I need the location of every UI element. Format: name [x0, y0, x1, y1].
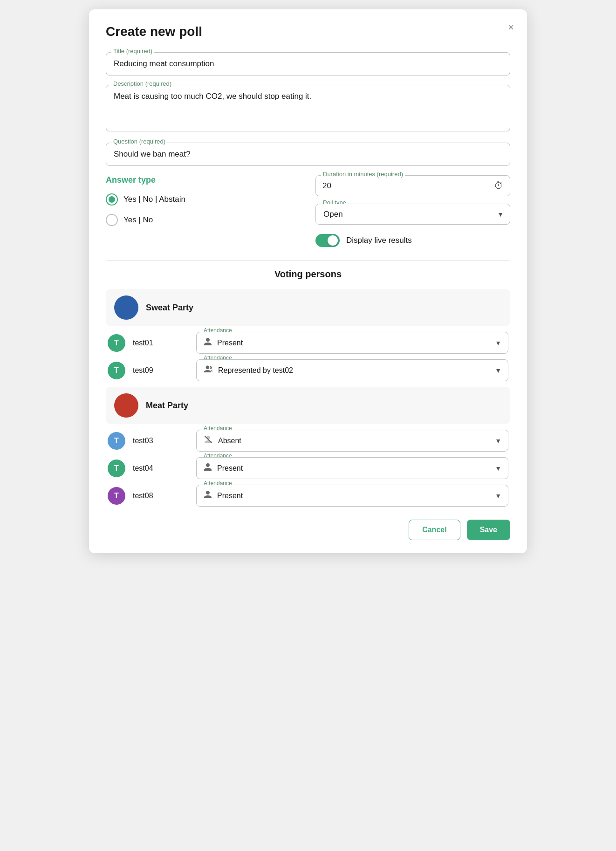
question-input[interactable] [106, 143, 510, 166]
description-field-group: Description (required) Meat is causing t… [106, 85, 510, 133]
chevron-down-icon: ▼ [495, 367, 501, 374]
display-live-results-row: Display live results [315, 232, 510, 249]
duration-input-wrap: ⏱ [315, 175, 510, 196]
title-label: Title (required) [111, 48, 154, 55]
sweat-party-avatar [114, 295, 138, 320]
question-label: Question (required) [111, 138, 167, 145]
test03-attendance-select[interactable]: Absent ▼ [196, 430, 508, 452]
group-icon [203, 364, 213, 376]
meat-party-avatar [114, 393, 138, 418]
chevron-down-icon: ▼ [495, 465, 501, 472]
person-row-test01: T test01 Attendance Present ▼ [106, 332, 510, 354]
test03-name: test03 [133, 437, 189, 445]
test08-attendance-group: Attendance Present ▼ [196, 485, 508, 507]
radio-label-2: Yes | No [123, 215, 153, 225]
title-input[interactable] [106, 52, 510, 75]
test01-attendance-group: Attendance Present ▼ [196, 332, 508, 354]
radio-circle-1[interactable] [106, 193, 118, 206]
test09-avatar: T [108, 362, 125, 379]
right-column: Duration in minutes (required) ⏱ Poll ty… [315, 175, 510, 249]
test09-attendance-value: Represented by test02 [218, 366, 490, 375]
person-icon [203, 337, 212, 349]
sweat-party-row: Sweat Party [106, 289, 510, 326]
radio-option-yes-no-abstain[interactable]: Yes | No | Abstain [106, 193, 301, 206]
meat-party-name: Meat Party [146, 401, 188, 411]
timer-icon: ⏱ [494, 180, 503, 191]
toggle-knob [328, 235, 338, 246]
absent-icon [203, 435, 213, 446]
answer-type-title: Answer type [106, 175, 301, 185]
test01-name: test01 [133, 339, 189, 347]
test01-attendance-select[interactable]: Present ▼ [196, 332, 508, 354]
test04-attendance-value: Present [217, 464, 490, 473]
test04-name: test04 [133, 464, 189, 473]
chevron-down-icon: ▼ [495, 492, 501, 500]
dialog-title: Create new poll [106, 24, 510, 39]
poll-type-select-wrap: Open Secret ▼ [315, 204, 510, 225]
test01-attendance-value: Present [217, 339, 490, 347]
test09-attendance-select[interactable]: Represented by test02 ▼ [196, 359, 508, 381]
description-input[interactable]: Meat is causing too much CO2, we should … [106, 85, 510, 131]
test08-name: test08 [133, 492, 189, 500]
chevron-down-icon: ▼ [495, 339, 501, 347]
cancel-button[interactable]: Cancel [409, 520, 460, 540]
test04-avatar: T [108, 460, 125, 477]
footer-buttons: Cancel Save [106, 520, 510, 540]
test04-attendance-select[interactable]: Present ▼ [196, 457, 508, 479]
radio-option-yes-no[interactable]: Yes | No [106, 214, 301, 226]
test03-attendance-group: Attendance Absent ▼ [196, 430, 508, 452]
test04-attendance-group: Attendance Present ▼ [196, 457, 508, 479]
radio-label-1: Yes | No | Abstain [123, 195, 185, 204]
meat-party-row: Meat Party [106, 387, 510, 424]
close-button[interactable]: × [508, 22, 514, 33]
title-field-group: Title (required) [106, 52, 510, 75]
answer-duration-section: Answer type Yes | No | Abstain Yes | No … [106, 175, 510, 249]
duration-group: Duration in minutes (required) ⏱ [315, 175, 510, 196]
person-row-test08: T test08 Attendance Present ▼ [106, 485, 510, 507]
poll-type-group: Poll type Open Secret ▼ [315, 204, 510, 225]
answer-type-column: Answer type Yes | No | Abstain Yes | No [106, 175, 301, 249]
create-poll-dialog: Create new poll × Title (required) Descr… [89, 9, 527, 553]
display-live-results-label: Display live results [346, 236, 412, 245]
description-label: Description (required) [111, 80, 173, 87]
save-button[interactable]: Save [467, 520, 510, 540]
display-live-results-toggle[interactable] [315, 234, 340, 247]
poll-type-select[interactable]: Open Secret [315, 204, 510, 225]
chevron-down-icon: ▼ [495, 437, 501, 445]
test03-attendance-value: Absent [218, 437, 490, 445]
person-icon [203, 490, 212, 501]
sweat-party-name: Sweat Party [146, 303, 193, 313]
person-icon [203, 462, 212, 474]
person-row-test04: T test04 Attendance Present ▼ [106, 457, 510, 479]
test08-avatar: T [108, 487, 125, 505]
question-field-group: Question (required) [106, 143, 510, 166]
test01-avatar: T [108, 334, 125, 352]
duration-label: Duration in minutes (required) [321, 171, 405, 178]
person-row-test09: T test09 Attendance Represented by test0… [106, 359, 510, 381]
test09-attendance-group: Attendance Represented by test02 ▼ [196, 359, 508, 381]
test08-attendance-value: Present [217, 492, 490, 500]
test09-name: test09 [133, 366, 189, 375]
voting-persons-title: Voting persons [106, 269, 510, 280]
divider [106, 260, 510, 261]
duration-input[interactable] [322, 181, 494, 191]
radio-circle-2[interactable] [106, 214, 118, 226]
test08-attendance-select[interactable]: Present ▼ [196, 485, 508, 507]
test03-avatar: T [108, 432, 125, 450]
person-row-test03: T test03 Attendance Absent ▼ [106, 430, 510, 452]
